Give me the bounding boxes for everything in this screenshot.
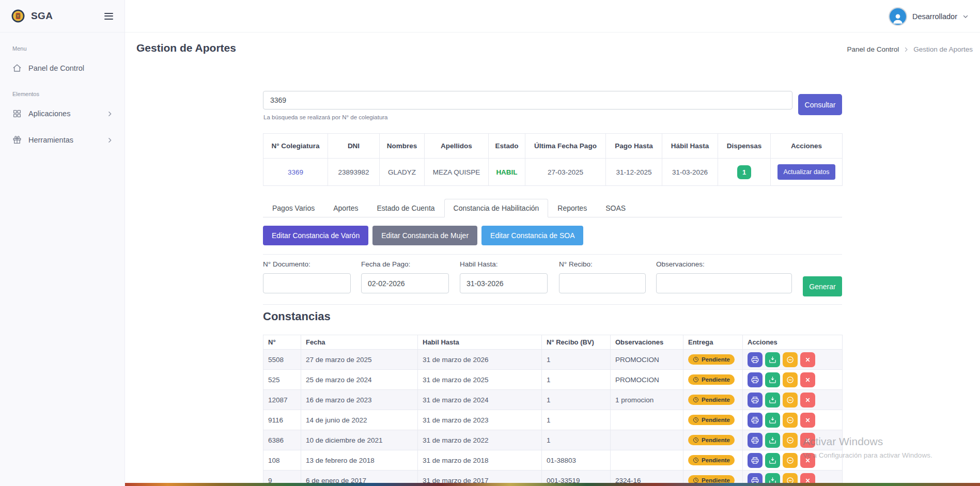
sidebar-item-herramientas[interactable]: Herramientas (0, 130, 125, 150)
fecha-pago-input[interactable] (361, 273, 449, 293)
constancia-row: 638610 de diciembre de 202131 de marzo d… (263, 430, 843, 450)
consultar-button[interactable]: Consultar (798, 94, 842, 115)
documento-input[interactable] (263, 273, 351, 293)
actualizar-datos-button[interactable]: Actualizar datos (777, 164, 836, 180)
recibo-input[interactable] (559, 273, 646, 293)
download-icon (769, 436, 776, 444)
member-table: N° ColegiaturaDNINombresApellidosEstadoÚ… (263, 133, 843, 186)
member-row: 3369 23893982 GLADYZ MEZA QUISPE HABIL 2… (263, 159, 843, 186)
constancia-row: 52525 de marzo de 202431 de marzo de 202… (263, 370, 843, 390)
delete-constancia-button[interactable] (800, 393, 815, 407)
printer-icon (751, 436, 759, 444)
member-cell-apellidos: MEZA QUISPE (425, 159, 489, 186)
desktop-wallpaper-strip (125, 483, 980, 486)
download-constancia-button[interactable] (765, 453, 780, 468)
tab-aportes[interactable]: Aportes (324, 199, 367, 217)
constancia-row: 911614 de junio de 202231 de marzo de 20… (263, 410, 843, 430)
member-table-head-row: N° ColegiaturaDNINombresApellidosEstadoÚ… (263, 134, 843, 159)
brand: SGA (0, 0, 125, 33)
constancia-cell-observaciones: PROMOCION (611, 350, 683, 370)
constancia-cell-acciones (743, 370, 843, 390)
breadcrumb-parent-link[interactable]: Panel de Control (847, 45, 899, 53)
download-constancia-button[interactable] (765, 372, 780, 387)
constancia-cell-habil-hasta: 31 de marzo de 2023 (418, 410, 542, 430)
entrega-status-badge: Pendiente (688, 374, 735, 385)
entrega-status-badge: Pendiente (688, 435, 735, 445)
download-icon (769, 376, 776, 384)
tab-estado-de-cuenta[interactable]: Estado de Cuenta (367, 199, 444, 217)
divider (263, 254, 842, 255)
delete-constancia-button[interactable] (800, 453, 815, 468)
estado-habil-label: HABIL (496, 168, 517, 176)
print-constancia-button[interactable] (748, 352, 763, 367)
tab-pagos-varios[interactable]: Pagos Varios (263, 199, 324, 217)
constancia-cell-fecha: 10 de diciembre de 2021 (301, 430, 418, 450)
clock-icon (693, 437, 699, 443)
edit-constancia-buttons: Editar Constancia de VarónEditar Constan… (263, 226, 583, 245)
constancia-actions (748, 413, 837, 428)
editar-constancia-de-soa-button[interactable]: Editar Constancia de SOA (481, 226, 583, 245)
sidebar-item-aplicaciones[interactable]: Aplicaciones (0, 104, 125, 123)
observaciones-label: Observaciones: (656, 260, 792, 268)
print-constancia-button[interactable] (748, 433, 763, 448)
home-icon (12, 64, 22, 73)
disable-constancia-button[interactable] (783, 372, 798, 387)
constancia-cell-fecha: 16 de marzo de 2023 (301, 390, 418, 410)
delete-constancia-button[interactable] (800, 352, 815, 367)
sidebar-item-label: Panel de Control (28, 64, 84, 72)
download-constancia-button[interactable] (765, 352, 780, 367)
print-constancia-button[interactable] (748, 372, 763, 387)
disable-constancia-button[interactable] (783, 453, 798, 468)
download-icon (769, 457, 776, 464)
tab-reportes[interactable]: Reportes (548, 199, 596, 217)
sidebar-toggle-icon[interactable] (103, 10, 114, 22)
tab-soas[interactable]: SOAS (596, 199, 635, 217)
divider (263, 304, 842, 305)
habil-hasta-input[interactable] (460, 273, 548, 293)
page-title: Gestion de Aportes (136, 42, 236, 54)
member-col-ltima-fecha-pago: Última Fecha Pago (525, 134, 606, 159)
colegiatura-link[interactable]: 3369 (288, 168, 303, 176)
clock-icon (693, 377, 699, 383)
dispensas-badge[interactable]: 1 (737, 165, 751, 179)
editar-constancia-de-mujer-button[interactable]: Editar Constancia de Mujer (372, 226, 477, 245)
disable-constancia-button[interactable] (783, 393, 798, 407)
minus-circle-icon (786, 457, 794, 464)
disable-constancia-button[interactable] (783, 433, 798, 448)
delete-constancia-button[interactable] (800, 433, 815, 448)
breadcrumb-current: Gestion de Aportes (913, 45, 973, 53)
constancia-cell-n: 5508 (263, 350, 301, 370)
observaciones-input[interactable] (656, 273, 792, 293)
delete-constancia-button[interactable] (800, 372, 815, 387)
member-col-n-colegiatura: N° Colegiatura (263, 134, 328, 159)
member-cell-dispensas: 1 (718, 159, 771, 186)
print-constancia-button[interactable] (748, 393, 763, 407)
tab-constancia-de-habilitaci-n[interactable]: Constancia de Habilitación (444, 199, 549, 217)
user-menu[interactable]: Desarrollador (889, 0, 969, 33)
member-col-h-bil-hasta: Hábil Hasta (662, 134, 718, 159)
delete-constancia-button[interactable] (800, 413, 815, 428)
disable-constancia-button[interactable] (783, 413, 798, 428)
print-constancia-button[interactable] (748, 413, 763, 428)
x-icon (804, 436, 812, 444)
printer-icon (751, 356, 759, 364)
print-constancia-button[interactable] (748, 453, 763, 468)
sidebar-section-menu: Menu (12, 45, 112, 52)
download-icon (769, 396, 776, 404)
download-constancia-button[interactable] (765, 433, 780, 448)
app-logo-icon (11, 9, 25, 23)
sidebar-item-panel-de-control[interactable]: Panel de Control (0, 58, 125, 78)
editar-constancia-de-var-n-button[interactable]: Editar Constancia de Varón (263, 226, 368, 245)
constancia-cell-habil-hasta: 31 de marzo de 2025 (418, 370, 542, 390)
colegiatura-search-input[interactable] (263, 91, 792, 109)
generar-button[interactable]: Generar (803, 276, 842, 296)
constancia-cell-n: 12087 (263, 390, 301, 410)
download-constancia-button[interactable] (765, 393, 780, 407)
constancia-cell-entrega: Pendiente (683, 430, 743, 450)
constancia-cell-observaciones: 1 promocion (611, 390, 683, 410)
user-name: Desarrollador (912, 12, 957, 21)
disable-constancia-button[interactable] (783, 352, 798, 367)
download-constancia-button[interactable] (765, 413, 780, 428)
printer-icon (751, 457, 759, 464)
constancia-cell-acciones (743, 430, 843, 450)
